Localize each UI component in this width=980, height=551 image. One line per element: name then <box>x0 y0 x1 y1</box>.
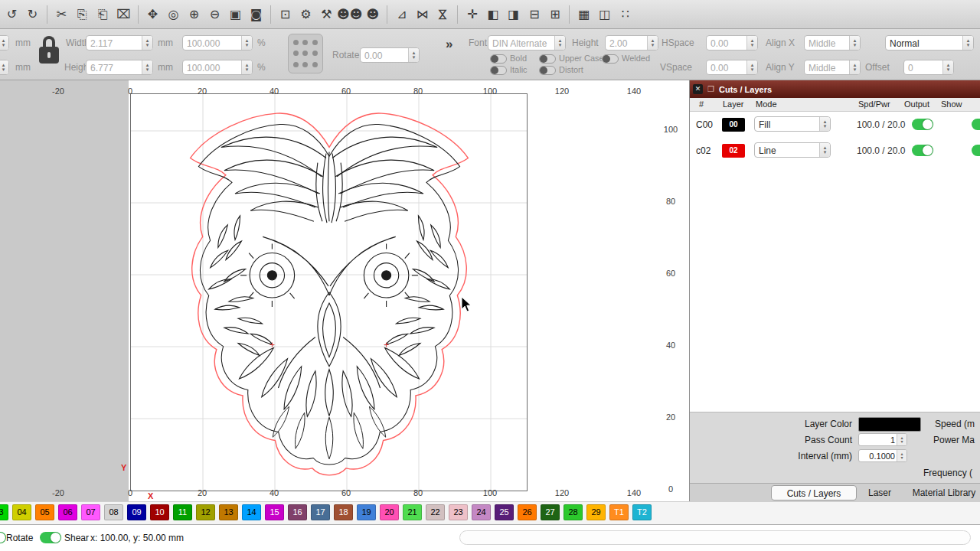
palette-swatch-15[interactable]: 15 <box>265 504 284 520</box>
align-right-icon[interactable]: ◨ <box>503 3 524 26</box>
palette-swatch-11[interactable]: 11 <box>173 504 192 520</box>
monitor-icon[interactable]: ⊡ <box>275 3 296 26</box>
delete-icon[interactable]: ⌧ <box>113 3 134 26</box>
width-field[interactable]: 2.117 <box>86 35 153 51</box>
upper-case-toggle[interactable] <box>539 54 556 64</box>
show-toggle[interactable] <box>972 145 980 156</box>
y-position-field[interactable] <box>0 60 9 75</box>
users-icon[interactable]: ☻☻ <box>337 3 362 26</box>
distort-toggle[interactable] <box>539 66 556 75</box>
owl-design[interactable] <box>175 106 484 485</box>
x-position-field[interactable] <box>0 35 9 51</box>
font-dropdown[interactable]: DIN Alternate <box>488 35 566 51</box>
palette-swatch-17[interactable]: 17 <box>311 504 330 520</box>
layer-row[interactable]: C00 00 Fill 100.0 / 20.0 <box>690 112 980 137</box>
distribute-h-icon[interactable]: ⊟ <box>524 3 544 26</box>
palette-swatch-T1[interactable]: T1 <box>609 504 629 520</box>
mirror-vertical-icon[interactable]: ⋈ <box>432 4 455 24</box>
interval-field[interactable]: 0.1000 <box>858 449 907 462</box>
palette-swatch-22[interactable]: 22 <box>426 504 445 520</box>
palette-swatch-07[interactable]: 07 <box>81 504 100 520</box>
lock-aspect-icon[interactable] <box>37 35 61 72</box>
settings-gear-icon[interactable]: ⚙ <box>296 3 316 26</box>
output-toggle[interactable] <box>912 145 933 156</box>
weld-mode-dropdown[interactable]: Normal <box>885 35 974 51</box>
distribute-v-icon[interactable]: ⊞ <box>544 3 565 26</box>
offset-field[interactable]: 0 <box>903 60 954 75</box>
palette-swatch-19[interactable]: 19 <box>357 504 376 520</box>
palette-swatch-T2[interactable]: T2 <box>632 504 652 520</box>
panel-titlebar[interactable]: ✕ ❐ Cuts / Layers <box>690 80 980 98</box>
machine-tools-icon[interactable]: ⚒ <box>316 3 337 26</box>
clipped-toggle[interactable] <box>0 532 6 543</box>
canvas-workspace[interactable]: -20020406080100120140-200204060801001201… <box>0 80 689 501</box>
arrange-columns-icon[interactable]: ◫ <box>594 3 615 26</box>
palette-swatch-09[interactable]: 09 <box>127 504 146 520</box>
palette-swatch-20[interactable]: 20 <box>380 504 399 520</box>
anchor-grid[interactable] <box>288 34 323 73</box>
shape-tool-icon[interactable]: ⊿ <box>391 3 412 26</box>
palette-swatch-26[interactable]: 26 <box>518 504 537 520</box>
mirror-horizontal-icon[interactable]: ⋈ <box>412 3 433 26</box>
pass-count-field[interactable]: 1 <box>858 433 907 446</box>
layer-row[interactable]: c02 02 Line 100.0 / 20.0 <box>690 139 980 163</box>
palette-swatch-10[interactable]: 10 <box>150 504 169 520</box>
welded-toggle[interactable] <box>602 54 619 64</box>
palette-swatch-04[interactable]: 04 <box>12 504 31 520</box>
tab-laser[interactable]: Laser <box>861 485 898 500</box>
bold-toggle[interactable] <box>490 54 507 64</box>
close-icon[interactable]: ✕ <box>693 84 703 94</box>
height-scale-field[interactable]: 100.000 <box>182 60 253 75</box>
palette-swatch-05[interactable]: 05 <box>35 504 54 520</box>
align-y-dropdown[interactable]: Middle <box>804 60 861 75</box>
palette-swatch-12[interactable]: 12 <box>196 504 215 520</box>
undo-icon[interactable]: ↺ <box>2 3 22 26</box>
align-center-icon[interactable]: ✛ <box>462 3 482 26</box>
width-scale-field[interactable]: 100.000 <box>182 35 253 51</box>
show-toggle[interactable] <box>972 119 980 130</box>
palette-swatch-06[interactable]: 06 <box>58 504 77 520</box>
mode-dropdown[interactable]: Fill <box>754 116 831 132</box>
layer-color-swatch[interactable]: 02 <box>722 144 745 158</box>
dock-layout-icon[interactable]: ∷ <box>615 3 635 26</box>
hspace-field[interactable]: 0.00 <box>706 35 758 51</box>
paste-icon[interactable]: ⎗ <box>93 3 113 26</box>
arrange-grid-icon[interactable]: ▦ <box>573 3 594 26</box>
rotate-field[interactable]: 0.00 <box>360 47 420 63</box>
cut-icon[interactable]: ✂ <box>51 3 72 26</box>
frame-icon[interactable]: ▣ <box>225 3 246 26</box>
font-height-field[interactable]: 2.00 <box>605 35 658 51</box>
align-x-dropdown[interactable]: Middle <box>804 35 861 51</box>
palette-swatch-16[interactable]: 16 <box>288 504 307 520</box>
align-left-icon[interactable]: ◧ <box>482 3 503 26</box>
italic-toggle[interactable] <box>490 66 507 75</box>
vspace-field[interactable]: 0.00 <box>706 60 758 75</box>
mode-dropdown[interactable]: Line <box>754 142 831 158</box>
palette-swatch-29[interactable]: 29 <box>586 504 606 520</box>
zoom-selection-icon[interactable]: ◎ <box>163 3 184 26</box>
tab-material-library[interactable]: Material Library <box>901 485 980 500</box>
zoom-in-icon[interactable]: ⊕ <box>184 3 204 26</box>
tab-cuts-layers[interactable]: Cuts / Layers <box>771 485 857 500</box>
height-field[interactable]: 6.777 <box>86 60 153 75</box>
shear-toggle[interactable] <box>40 532 61 543</box>
redo-icon[interactable]: ↻ <box>22 3 43 26</box>
palette-swatch-25[interactable]: 25 <box>495 504 514 520</box>
layer-color-button[interactable] <box>858 417 921 432</box>
zoom-out-icon[interactable]: ⊖ <box>204 3 225 26</box>
palette-swatch-23[interactable]: 23 <box>449 504 468 520</box>
copy-icon[interactable]: ⎘ <box>72 3 93 26</box>
palette-swatch-14[interactable]: 14 <box>242 504 261 520</box>
move-icon[interactable]: ✥ <box>142 3 163 26</box>
palette-swatch-18[interactable]: 18 <box>334 504 353 520</box>
palette-swatch-21[interactable]: 21 <box>403 504 422 520</box>
palette-swatch-27[interactable]: 27 <box>541 504 560 520</box>
camera-icon[interactable]: ◙ <box>246 3 266 26</box>
palette-swatch-03[interactable]: 03 <box>0 504 8 520</box>
user-icon[interactable]: ☻ <box>362 3 383 26</box>
palette-swatch-08[interactable]: 08 <box>104 504 123 520</box>
output-toggle[interactable] <box>912 119 933 130</box>
palette-swatch-24[interactable]: 24 <box>472 504 491 520</box>
palette-swatch-13[interactable]: 13 <box>219 504 238 520</box>
toolbar-expander[interactable]: » <box>446 37 452 52</box>
